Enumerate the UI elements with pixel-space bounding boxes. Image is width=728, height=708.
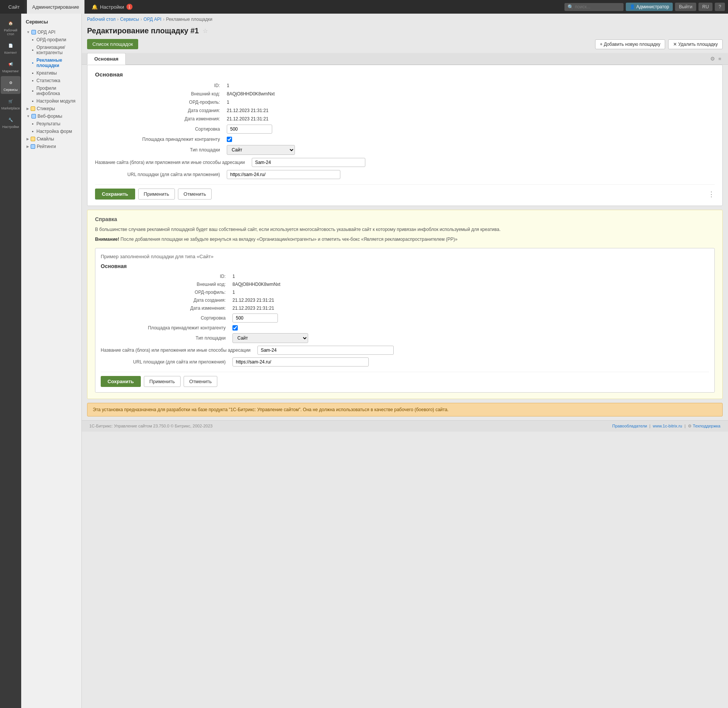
- type-select[interactable]: Сайт: [227, 145, 295, 155]
- tab-site[interactable]: Сайт: [3, 0, 25, 14]
- admin-button[interactable]: 👤 Администратор: [626, 3, 673, 11]
- settings-link[interactable]: 🔔 Настройки 1: [86, 0, 138, 14]
- tab-gear-icon[interactable]: ⚙: [709, 53, 717, 64]
- help-text-1: В большинстве случаев рекламной площадко…: [95, 226, 715, 233]
- footer-support-link[interactable]: Техподдержка: [693, 424, 720, 428]
- ex-code-value: 8AQjO8HHD0K8wmNxt: [232, 282, 281, 287]
- ex-belongs-checkbox[interactable]: [232, 325, 238, 331]
- sidebar-item-workdesk[interactable]: 🏠 Рабочий стол: [1, 17, 20, 38]
- search-input[interactable]: [575, 4, 620, 9]
- ex-sort-input[interactable]: [232, 313, 278, 323]
- sidebar-item-results[interactable]: ▪ Результаты: [21, 120, 81, 128]
- page-title: Редактирование площадку #1: [87, 27, 199, 35]
- delete-place-button[interactable]: ✕ Удалить площадку: [668, 39, 723, 49]
- tab-admin[interactable]: Администрирование: [27, 0, 85, 14]
- example-row-modified: Дата изменения: 21.12.2023 21:31:21: [101, 306, 709, 311]
- ex-type-select[interactable]: Сайт: [232, 333, 308, 343]
- page-header: Редактирование площадку #1 ☆: [82, 25, 728, 39]
- sidebar-item-module-settings[interactable]: ▪ Настройки модуля: [21, 97, 81, 105]
- external-code-value: 8AQjO8HHD0K8wmNxt: [227, 91, 275, 97]
- sidebar-item-form-settings[interactable]: ▪ Настройка форм: [21, 128, 81, 135]
- sidebar-item-ord-api[interactable]: ▼ ОРД API: [21, 28, 81, 36]
- breadcrumb-workdesk[interactable]: Рабочий стол: [87, 17, 115, 22]
- breadcrumb-ordapi[interactable]: ОРД API: [143, 17, 161, 22]
- favorite-star-icon[interactable]: ☆: [203, 27, 208, 34]
- sidebar-item-marketplace[interactable]: 🛒 Marketplace: [1, 95, 20, 112]
- breadcrumb-services[interactable]: Сервисы: [120, 17, 139, 22]
- bullet-icon: ▪: [32, 37, 33, 42]
- chevron-right-icon: ▶: [27, 137, 29, 141]
- add-place-button[interactable]: + Добавить новую площадку: [595, 39, 666, 49]
- ex-name-input[interactable]: [257, 346, 394, 355]
- sidebar-item-stickers[interactable]: ▶ Стикеры: [21, 105, 81, 112]
- sidebar-item-smileys[interactable]: ▶ Смайлы: [21, 135, 81, 143]
- ex-ord-label: ОРД-профиль:: [101, 290, 229, 295]
- sidebar-item-services[interactable]: ⚙ Сервисы: [1, 76, 20, 94]
- ord-profile-label: ОРД-профиль:: [95, 100, 224, 105]
- gear-footer-icon: ⚙: [688, 424, 692, 428]
- save-button[interactable]: Сохранить: [95, 189, 135, 200]
- belongs-checkbox[interactable]: [227, 137, 232, 142]
- bullet-icon: ▪: [32, 47, 33, 53]
- tab-menu-icon[interactable]: ≡: [717, 53, 723, 64]
- sidebar-item-organisations[interactable]: ▪ Организации/контрагенты: [21, 44, 81, 56]
- lang-button[interactable]: RU: [698, 3, 712, 11]
- forms-icon: [31, 114, 36, 119]
- sidebar-item-creatives[interactable]: ▪ Креативы: [21, 69, 81, 77]
- form-row-name: Название сайта (блога) или приложения ил…: [95, 158, 715, 167]
- ex-apply-button[interactable]: Применить: [144, 376, 181, 387]
- home-icon: 🏠: [6, 19, 15, 27]
- bullet-icon: ▪: [32, 88, 33, 94]
- help-icon-button[interactable]: ?: [715, 3, 725, 11]
- example-box: Пример заполненной площадки для типа «Са…: [95, 248, 715, 393]
- footer-copyright: 1С-Битрикс: Управление сайтом 23.750.0 ©…: [89, 424, 212, 429]
- url-input[interactable]: [227, 170, 340, 179]
- bullet-icon: ▪: [32, 98, 33, 104]
- help-title: Справка: [95, 216, 715, 222]
- example-title: Пример заполненной площадки для типа «Са…: [101, 254, 709, 259]
- cancel-button[interactable]: Отменить: [178, 189, 212, 200]
- more-options-button[interactable]: ⋮: [708, 190, 715, 198]
- sidebar-item-content[interactable]: 📄 Контент: [1, 39, 20, 57]
- services-icon: ⚙: [6, 78, 15, 87]
- name-input[interactable]: [252, 158, 365, 167]
- smiley-icon: [31, 137, 35, 141]
- footer-site-link[interactable]: www.1c-bitrix.ru: [653, 424, 682, 428]
- sidebar-item-adplaces[interactable]: ▪ Рекламные площадки: [21, 56, 81, 69]
- ord-profile-value: 1: [227, 100, 229, 105]
- sort-input[interactable]: [227, 125, 272, 134]
- ex-url-input[interactable]: [232, 357, 369, 366]
- sidebar-item-ratings[interactable]: ▶ Рейтинги: [21, 143, 81, 150]
- ex-id-label: ID:: [101, 274, 229, 279]
- footer: 1С-Битрикс: Управление сайтом 23.750.0 ©…: [82, 420, 728, 432]
- example-section-title: Основная: [101, 263, 709, 269]
- ex-sort-label: Сортировка: [101, 315, 229, 321]
- help-text-2: Внимание! После добавления площадки не з…: [95, 236, 715, 243]
- sort-label: Сортировка: [95, 126, 224, 132]
- sidebar-item-settings[interactable]: 🔧 Настройки: [1, 113, 20, 131]
- help-warning-rest: После добавления площадки не забудьте ве…: [120, 237, 457, 242]
- belongs-label: Площадка принадлежит контрагенту: [95, 137, 224, 142]
- top-navigation: Сайт Администрирование 🔔 Настройки 1 🔍 👤…: [0, 0, 728, 14]
- footer-rights-link[interactable]: Правообладатели: [612, 424, 647, 428]
- modified-value: 21.12.2023 21:31:21: [227, 116, 268, 122]
- form-row-id: ID: 1: [95, 83, 715, 88]
- ex-ord-value: 1: [232, 290, 235, 295]
- apply-button[interactable]: Применить: [138, 189, 175, 200]
- form-row-external-code: Внешний код: 8AQjO8HHD0K8wmNxt: [95, 91, 715, 97]
- sidebar-item-marketing[interactable]: 📢 Маркетинг: [1, 58, 20, 75]
- tab-main[interactable]: Основная: [87, 53, 126, 65]
- form-panel: Основная ID: 1 Внешний код: 8AQjO8HHD0K8…: [87, 65, 723, 206]
- warning-text: Эта установка предназначена для разработ…: [93, 407, 449, 412]
- ex-created-value: 21.12.2023 21:31:21: [232, 298, 274, 303]
- sidebar-item-infoblok-profiles[interactable]: ▪ Профили инфоблока: [21, 84, 81, 97]
- sticker-icon: [31, 106, 35, 111]
- list-button[interactable]: Список площадок: [87, 39, 138, 49]
- form-row-belongs: Площадка принадлежит контрагенту: [95, 137, 715, 142]
- ex-cancel-button[interactable]: Отменить: [184, 376, 217, 387]
- sidebar-item-ord-profiles[interactable]: ▪ ОРД-профили: [21, 36, 81, 44]
- ex-save-button[interactable]: Сохранить: [101, 376, 141, 387]
- sidebar-item-statistics[interactable]: ▪ Статистика: [21, 77, 81, 84]
- logout-button[interactable]: Выйти: [675, 3, 696, 11]
- sidebar-item-webforms[interactable]: ▼ Веб-формы: [21, 112, 81, 120]
